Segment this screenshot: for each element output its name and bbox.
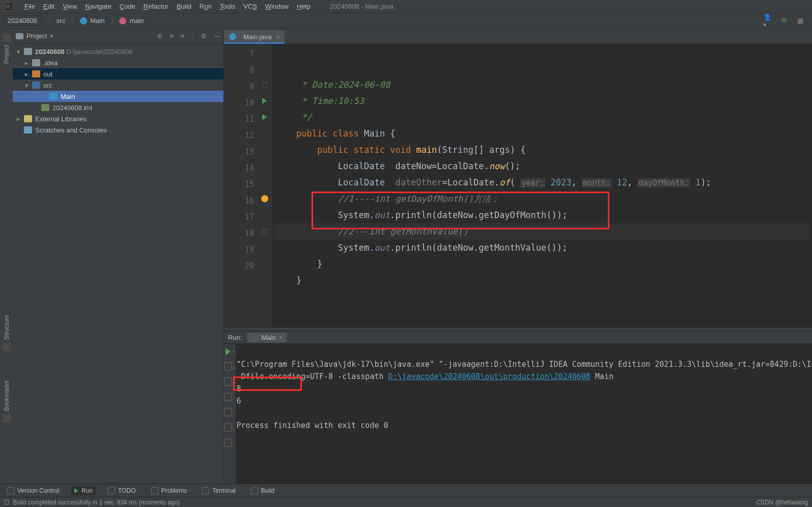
breadcrumb-class[interactable]: 〉Main — [67, 16, 106, 25]
wrench-icon[interactable] — [224, 362, 232, 370]
code-line[interactable]: public class Main { — [275, 125, 809, 142]
gutter-icon-slot[interactable] — [257, 223, 272, 239]
gutter-icon-slot[interactable] — [257, 93, 272, 109]
breadcrumb-method[interactable]: 〉main — [106, 16, 146, 25]
code-line[interactable]: LocalDate dateOther=LocalDate.of( year: … — [275, 174, 809, 191]
intention-bulb-icon[interactable] — [261, 195, 268, 202]
menu-edit[interactable]: Edit — [39, 3, 59, 10]
fold-icon[interactable] — [262, 229, 267, 234]
run-console-output[interactable]: "C:\Program Files\Java\jdk-17\bin\java.e… — [236, 344, 813, 484]
line-number[interactable]: 19 — [224, 242, 254, 258]
code-line[interactable]: */ — [275, 109, 809, 125]
gutter-icon-strip[interactable] — [257, 44, 272, 328]
gutter-icon-slot[interactable] — [257, 207, 272, 223]
bookmarks-tool-icon[interactable] — [3, 414, 11, 422]
gutter-icon-slot[interactable] — [257, 76, 272, 93]
menu-file[interactable]: File — [20, 3, 39, 10]
code-line[interactable]: LocalDate dateNow=LocalDate.now(); — [275, 158, 809, 174]
menu-view[interactable]: View — [59, 3, 81, 10]
menu-code[interactable]: Code — [116, 3, 139, 10]
line-number[interactable]: 18 — [224, 225, 254, 242]
build-hammer-icon[interactable]: ⚒ — [779, 16, 789, 25]
menu-build[interactable]: Build — [173, 3, 195, 10]
line-number[interactable]: 9 — [224, 78, 254, 95]
code-content[interactable]: * Date:2024-06-08 * Time:10:53 */ public… — [272, 44, 812, 328]
close-run-tab-icon[interactable]: × — [279, 334, 283, 341]
menu-tools[interactable]: Tools — [216, 3, 239, 10]
project-tool-label[interactable]: Project — [3, 45, 10, 64]
tool-window-problems[interactable]: Problems — [148, 486, 190, 495]
menu-vcs[interactable]: VCS — [239, 3, 261, 10]
menu-navigate[interactable]: Navigate — [81, 3, 115, 10]
breadcrumb-project[interactable]: 20240608 — [3, 15, 42, 26]
line-number[interactable]: 20 — [224, 258, 254, 274]
project-header-title[interactable]: Project — [26, 32, 47, 40]
user-icon[interactable]: 👤▾ — [763, 16, 772, 25]
fold-icon[interactable] — [262, 82, 267, 87]
menu-window[interactable]: Window — [261, 3, 293, 10]
code-line[interactable] — [275, 288, 809, 305]
tree-node-idea[interactable]: ▸.idea — [13, 57, 223, 68]
chevron-down-icon[interactable]: ▾ — [50, 32, 53, 40]
tree-node-project-root[interactable]: ▾20240608 D:\javacode\20240608 — [13, 46, 223, 57]
gutter-icon-slot[interactable] — [257, 256, 272, 272]
project-tool-icon[interactable] — [3, 34, 11, 42]
gutter-icon-slot[interactable] — [257, 174, 272, 191]
tree-node-src[interactable]: ▾src — [13, 79, 223, 91]
line-number[interactable]: 17 — [224, 209, 254, 225]
gutter-icon-slot[interactable] — [257, 109, 272, 125]
menu-run[interactable]: Run — [195, 3, 216, 10]
line-number[interactable]: 10 — [224, 95, 254, 111]
tree-node-out[interactable]: ▸out — [13, 68, 223, 79]
gutter-icon-slot[interactable] — [257, 142, 272, 158]
line-number[interactable]: 11 — [224, 111, 254, 127]
code-line[interactable]: } — [275, 272, 809, 288]
expand-all-icon[interactable]: ≡ — [170, 32, 174, 40]
tool-window-terminal[interactable]: Terminal — [199, 486, 238, 495]
run-config-icon[interactable]: ▦ — [796, 16, 805, 25]
code-editor[interactable]: 7891011121314151617181920 * Date:2024-06… — [224, 44, 812, 328]
code-line[interactable]: * Date:2024-06-08 — [275, 76, 809, 93]
line-number[interactable]: 15 — [224, 176, 254, 193]
menu-refactor[interactable]: Refactor — [139, 3, 173, 10]
bookmarks-tool-label[interactable]: Bookmarks — [3, 381, 10, 411]
hide-minus-icon[interactable]: — — [214, 32, 220, 40]
stop-icon[interactable] — [224, 378, 232, 386]
code-line[interactable]: * Time:10:53 — [275, 93, 809, 109]
gutter-icon-slot[interactable] — [257, 191, 272, 207]
gutter-icon-slot[interactable] — [257, 44, 272, 60]
structure-tool-icon[interactable] — [3, 343, 11, 351]
collapse-all-icon[interactable]: ≡ — [181, 32, 185, 40]
tree-node-main-class[interactable]: Main — [13, 91, 223, 102]
line-number[interactable]: 14 — [224, 160, 254, 176]
run-gutter-icon[interactable] — [262, 114, 267, 120]
tree-node-scratches[interactable]: Scratches and Consoles — [13, 124, 223, 136]
camera-icon[interactable] — [224, 393, 232, 401]
close-tab-icon[interactable]: × — [276, 33, 280, 41]
editor-tab-main[interactable]: Main.java × — [224, 29, 285, 43]
gutter-icon-slot[interactable] — [257, 60, 272, 76]
line-number[interactable]: 12 — [224, 127, 254, 144]
project-tree[interactable]: ▾20240608 D:\javacode\20240608 ▸.idea ▸o… — [13, 44, 223, 484]
code-line[interactable]: //2---int getMonthValue() — [275, 223, 809, 239]
line-number[interactable]: 8 — [224, 62, 254, 78]
line-number[interactable]: 13 — [224, 144, 254, 160]
pin-icon[interactable] — [224, 439, 232, 447]
console-link[interactable]: D:\javacode\20240608\out\production\2024… — [388, 372, 591, 381]
tool-window-todo[interactable]: TODO — [105, 486, 138, 495]
line-number[interactable]: 16 — [224, 193, 254, 209]
line-number[interactable]: 7 — [224, 46, 254, 62]
line-number-gutter[interactable]: 7891011121314151617181920 — [224, 44, 257, 328]
gutter-icon-slot[interactable] — [257, 125, 272, 142]
code-line[interactable]: //1----int getDayOfMonth()方法： — [275, 191, 809, 207]
code-line[interactable]: public static void main(String[] args) { — [275, 142, 809, 158]
select-opened-file-icon[interactable]: ⊕ — [157, 32, 162, 40]
gutter-icon-slot[interactable] — [257, 239, 272, 256]
tree-node-iml[interactable]: 20240608.iml — [13, 102, 223, 113]
tool-window-vcs[interactable]: Version Control — [4, 486, 62, 495]
run-tab[interactable]: Main × — [247, 333, 287, 342]
code-line[interactable]: System.out.println(dateNow.getMonthValue… — [275, 239, 809, 256]
gutter-icon-slot[interactable] — [257, 158, 272, 174]
exit-icon[interactable] — [224, 408, 232, 416]
breadcrumb-src[interactable]: 〉src — [44, 16, 67, 25]
